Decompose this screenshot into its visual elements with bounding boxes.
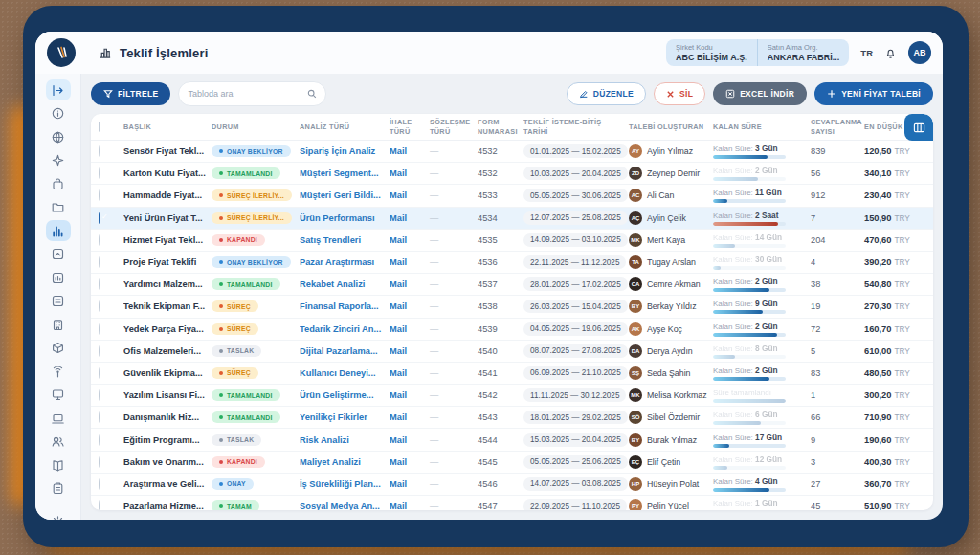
table-row[interactable]: Ofis Malzemeleri...TASLAKDijital Pazarla… <box>91 341 933 363</box>
column-header-10[interactable]: CEVAPLANMA SAYISI <box>811 118 864 135</box>
select-all-checkbox[interactable] <box>99 122 100 132</box>
row-checkbox[interactable] <box>99 167 100 179</box>
language-selector[interactable]: TR <box>860 48 873 58</box>
sidebar-item-bag-icon[interactable] <box>46 173 71 194</box>
row-checkbox[interactable] <box>99 500 100 510</box>
excel-download-button[interactable]: EXCEL İNDİR <box>713 82 807 105</box>
analysis-type-link[interactable]: Sipariş İçin Analiz <box>300 146 390 156</box>
org-selector[interactable]: Şirket Kodu ABC BİLİŞİM A.Ş. Satın Alma … <box>666 39 849 66</box>
sidebar-item-expand-icon[interactable] <box>46 79 71 100</box>
notification-bell-icon[interactable] <box>884 47 897 59</box>
analysis-type-link[interactable]: Kullanıcı Deneyi... <box>300 368 390 378</box>
search-input[interactable] <box>188 89 301 99</box>
filter-button[interactable]: FİLTRELE <box>91 82 170 105</box>
new-price-request-button[interactable]: YENİ FİYAT TALEBİ <box>814 82 933 105</box>
column-header-1[interactable]: BAŞLIK <box>123 122 212 131</box>
analysis-type-link[interactable]: Rekabet Analizi <box>300 279 390 289</box>
row-checkbox[interactable] <box>99 145 100 157</box>
row-checkbox[interactable] <box>99 212 100 224</box>
column-header-7[interactable]: TEKLİF İSTEME-BİTİŞ TARİHİ <box>523 118 629 135</box>
table-row[interactable]: Danışmanlık Hiz...TAMAMLANDIYenilikçi Fi… <box>91 407 933 429</box>
sidebar-item-bar-chart-icon[interactable] <box>46 220 71 241</box>
table-row[interactable]: Eğitim Programı...TASLAKRisk AnaliziMail… <box>91 429 933 451</box>
column-header-9[interactable]: KALAN SÜRE <box>713 122 811 131</box>
row-checkbox[interactable] <box>99 434 100 446</box>
delete-button[interactable]: SİL <box>654 82 705 105</box>
sidebar-item-globe-icon[interactable] <box>46 126 71 147</box>
analysis-type-link[interactable]: Sosyal Medya An... <box>300 501 390 510</box>
user-avatar[interactable]: AB <box>908 41 931 64</box>
table-row[interactable]: Proje Fiyat TeklifiONAY BEKLİYORPazar Ar… <box>91 252 933 274</box>
sidebar-item-laptop-icon[interactable] <box>46 408 71 429</box>
sidebar-item-clipboard-icon[interactable] <box>46 478 71 500</box>
analysis-type-link[interactable]: Ürün Performansı <box>300 213 390 223</box>
sidebar-item-building-icon[interactable] <box>46 314 71 335</box>
table-row[interactable]: Hizmet Fiyat Tekl...KAPANDISatış Trendle… <box>91 230 933 252</box>
analysis-type-link[interactable]: İş Sürekliliği Plan... <box>300 479 390 489</box>
row-checkbox[interactable] <box>99 367 100 379</box>
column-header-8[interactable]: TALEBİ OLUŞTURAN <box>629 122 713 131</box>
row-checkbox[interactable] <box>99 234 100 246</box>
remaining-time-progressbar <box>713 355 786 359</box>
sidebar-item-signal-icon[interactable] <box>46 361 71 382</box>
table-row[interactable]: Yeni Ürün Fiyat T...SÜREÇ İLERLİY...Ürün… <box>91 208 933 230</box>
table-row[interactable]: Hammadde Fiyat...SÜREÇ İLERLİY...Müşteri… <box>91 185 933 207</box>
purchase-org-cell[interactable]: Satın Alma Org. ANKARA FABRİ... <box>757 39 850 66</box>
analysis-type-link[interactable]: Tedarik Zinciri An... <box>300 324 390 334</box>
table-row[interactable]: Yazılım Lisansı Fi...TAMAMLANDIÜrün Geli… <box>91 385 933 407</box>
table-row[interactable]: Karton Kutu Fiyat...TAMAMLANDIMüşteri Se… <box>91 163 933 185</box>
row-checkbox[interactable] <box>99 345 100 357</box>
edit-button[interactable]: DÜZENLE <box>567 82 646 105</box>
column-header-2[interactable]: DURUM <box>212 122 300 131</box>
analysis-type-link[interactable]: Satış Trendleri <box>300 235 390 245</box>
row-checkbox[interactable] <box>99 411 100 423</box>
sidebar-item-doc-arrow-icon[interactable] <box>46 244 71 265</box>
column-header-3[interactable]: ANALİZ TÜRÜ <box>300 122 390 131</box>
remaining-time-label: Kalan Süre: 30 Gün <box>713 255 801 264</box>
row-checkbox[interactable] <box>99 456 100 468</box>
sidebar-item-folder-icon[interactable] <box>46 197 71 218</box>
sidebar-item-doc-chart-icon[interactable] <box>46 267 71 288</box>
row-checkbox[interactable] <box>99 389 100 401</box>
row-checkbox[interactable] <box>99 278 100 290</box>
analysis-type-link[interactable]: Finansal Raporla... <box>300 301 390 311</box>
row-checkbox[interactable] <box>99 300 100 312</box>
row-checkbox[interactable] <box>99 256 100 268</box>
remaining-time-label: Kalan Süre: 6 Gün <box>713 410 801 419</box>
table-row[interactable]: Yedek Parça Fiya...SÜREÇTedarik Zinciri … <box>91 319 933 341</box>
analysis-type-link[interactable]: Maliyet Analizi <box>300 457 390 467</box>
sidebar-item-box-icon[interactable] <box>46 338 71 359</box>
remaining-time-progressbar <box>713 155 786 159</box>
row-checkbox[interactable] <box>99 189 100 201</box>
table-row[interactable]: Sensör Fiyat Tekl...ONAY BEKLİYORSipariş… <box>91 141 933 163</box>
row-checkbox[interactable] <box>99 323 100 335</box>
column-header-5[interactable]: SÖZLEŞME TÜRÜ <box>430 118 478 135</box>
column-header-4[interactable]: İHALE TÜRÜ <box>390 118 430 135</box>
analysis-type-link[interactable]: Yenilikçi Fikirler <box>300 412 390 422</box>
sidebar-item-spark-icon[interactable] <box>46 150 71 171</box>
analysis-type-link[interactable]: Müşteri Geri Bildi... <box>300 190 390 200</box>
column-settings-button[interactable] <box>904 114 933 141</box>
analysis-type-link[interactable]: Dijital Pazarlama... <box>300 346 390 356</box>
row-checkbox[interactable] <box>99 478 100 490</box>
analysis-type-link[interactable]: Risk Analizi <box>300 435 390 445</box>
table-row[interactable]: Teknik Ekipman F...SÜREÇFinansal Raporla… <box>91 296 933 318</box>
table-row[interactable]: Pazarlama Hizme...TAMAMSosyal Medya An..… <box>91 496 933 510</box>
sidebar-item-users-icon[interactable] <box>46 432 71 453</box>
sidebar-item-list-square-icon[interactable] <box>46 291 71 312</box>
brand-logo-icon[interactable] <box>47 38 76 67</box>
sidebar-item-gear-icon[interactable] <box>46 511 71 520</box>
column-header-6[interactable]: FORM NUMARASI <box>478 118 523 135</box>
sidebar-item-info-icon[interactable] <box>46 103 71 124</box>
table-row[interactable]: Güvenlik Ekipma...SÜREÇKullanıcı Deneyi.… <box>91 363 933 385</box>
analysis-type-link[interactable]: Ürün Geliştirme... <box>300 390 390 400</box>
sidebar-item-book-icon[interactable] <box>46 455 71 476</box>
table-row[interactable]: Araştırma ve Geli...ONAYİş Sürekliliği P… <box>91 474 933 496</box>
analysis-type-link[interactable]: Müşteri Segment... <box>300 168 390 178</box>
offers-table: BAŞLIKDURUMANALİZ TÜRÜİHALE TÜRÜSÖZLEŞME… <box>91 114 933 510</box>
sidebar-item-monitor-icon[interactable] <box>46 385 71 406</box>
company-code-cell[interactable]: Şirket Kodu ABC BİLİŞİM A.Ş. <box>666 39 757 66</box>
table-row[interactable]: Yardımcı Malzem...TAMAMLANDIRekabet Anal… <box>91 274 933 296</box>
table-row[interactable]: Bakım ve Onarım...KAPANDIMaliyet Analizi… <box>91 452 933 474</box>
analysis-type-link[interactable]: Pazar Araştırması <box>300 257 390 267</box>
